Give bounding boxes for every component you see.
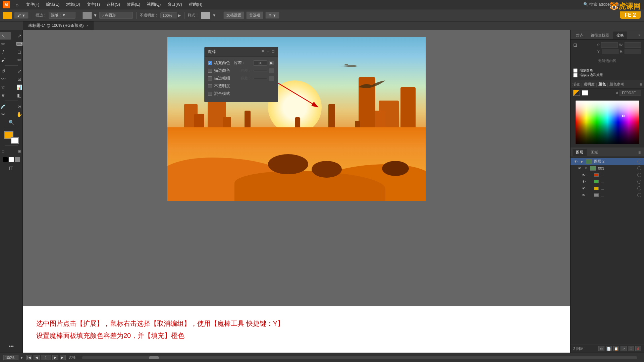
zoom-input[interactable]: 100% bbox=[3, 355, 18, 360]
view-mode-btn[interactable]: ◫ bbox=[4, 164, 19, 172]
stroke-width-checkbox[interactable] bbox=[208, 76, 212, 80]
magic-panel-max[interactable]: □ bbox=[272, 49, 274, 55]
layer-003-item[interactable]: 👁 ▼ 003 bbox=[571, 165, 644, 172]
tab-close-btn[interactable]: × bbox=[87, 24, 89, 27]
last-page-btn[interactable]: ▶| bbox=[60, 355, 66, 360]
layer-2-circle[interactable] bbox=[637, 160, 641, 164]
blend-checkbox[interactable] bbox=[208, 92, 212, 96]
color-menu-btn[interactable]: ≡ bbox=[640, 82, 642, 87]
opacity-input[interactable] bbox=[160, 12, 177, 18]
symbol-tool[interactable]: ☆ bbox=[0, 83, 11, 91]
preferences-btn[interactable]: 首选项 bbox=[246, 11, 263, 19]
document-tab[interactable]: 未标题-1* @ 100% (RGB/预览) × bbox=[23, 21, 94, 30]
sub-red-circle[interactable] bbox=[637, 173, 641, 177]
background-color[interactable] bbox=[11, 137, 19, 144]
pen-tool[interactable]: ✏ bbox=[0, 40, 11, 48]
stroke-width-value[interactable] bbox=[254, 78, 267, 79]
layers-menu-btn[interactable]: ≡ bbox=[637, 149, 642, 156]
maximize-icon[interactable]: □ bbox=[629, 2, 632, 7]
point-select[interactable]: 3 点圆形 bbox=[99, 12, 133, 19]
paintbrush-tool[interactable]: 🖌 bbox=[0, 56, 11, 64]
transform-x[interactable] bbox=[601, 42, 618, 48]
scroll-thumb[interactable] bbox=[149, 356, 159, 359]
stroke-width-btn[interactable]: ▶ bbox=[269, 76, 274, 81]
line-tool[interactable]: / bbox=[0, 48, 11, 56]
sub-green-visibility[interactable]: 👁 bbox=[581, 179, 586, 184]
sub-red-visibility[interactable]: 👁 bbox=[581, 173, 586, 177]
warp-tool[interactable]: 〰 bbox=[0, 75, 11, 83]
zoom-dropdown[interactable]: ▼ bbox=[20, 356, 23, 360]
sub-layer-gray[interactable]: 👁 ... bbox=[571, 192, 644, 198]
sub-layer-red[interactable]: 👁 ... bbox=[571, 172, 644, 178]
opacity-checkbox[interactable] bbox=[208, 84, 212, 88]
scale-corners-checkbox[interactable] bbox=[573, 68, 578, 73]
scissors-tool[interactable]: ✂ bbox=[0, 111, 11, 118]
stroke-color-checkbox[interactable] bbox=[208, 69, 212, 73]
color-ref-tab[interactable]: 颜色参考 bbox=[609, 82, 624, 87]
menu-edit[interactable]: 编辑(E) bbox=[43, 1, 62, 8]
select-tool-btn[interactable] bbox=[3, 12, 12, 19]
color-wheel[interactable] bbox=[576, 101, 639, 144]
sub-gray-visibility[interactable]: 👁 bbox=[581, 193, 586, 197]
sub-yellow-visibility[interactable]: 👁 bbox=[581, 186, 586, 191]
move-selection-btn[interactable]: ↗ bbox=[621, 346, 627, 351]
sub-green-circle[interactable] bbox=[637, 180, 641, 184]
align-tab[interactable]: 对齐 bbox=[573, 32, 587, 39]
fill-tolerance-value[interactable]: 20 bbox=[254, 60, 267, 66]
brush-select[interactable]: 涵版：▼ bbox=[49, 12, 75, 19]
magic-panel-menu[interactable]: ≡ bbox=[262, 49, 264, 55]
layer-003-expand[interactable]: ▼ bbox=[584, 166, 588, 170]
transform-tab[interactable]: 变换 bbox=[613, 32, 627, 39]
sub-layer-yellow[interactable]: 👁 ... bbox=[571, 185, 644, 192]
opacity-dropdown[interactable]: ▶ bbox=[178, 13, 181, 18]
menu-window[interactable]: 窗口(W) bbox=[165, 1, 184, 8]
menu-object[interactable]: 对象(O) bbox=[63, 1, 83, 8]
search-icon[interactable]: 🔍 搜索 adobe 帮助 bbox=[583, 2, 619, 7]
brush-mode-btn[interactable]: 🖌 ▼ bbox=[14, 12, 29, 19]
template-btn[interactable]: ⊡ bbox=[628, 346, 634, 351]
menu-select[interactable]: 选择(S) bbox=[104, 1, 123, 8]
prefs-dropdown-btn[interactable]: ⚙ ▼ bbox=[265, 12, 279, 19]
fill-tolerance-up[interactable]: ▶ bbox=[269, 60, 274, 66]
first-page-btn[interactable]: |◀ bbox=[26, 355, 32, 360]
fill-color-checkbox[interactable]: ✓ bbox=[208, 61, 212, 65]
zoom-tool[interactable]: 🔍 bbox=[4, 119, 19, 126]
artboard-tab-btn[interactable]: 画板 bbox=[587, 149, 601, 156]
normal-mode-btn[interactable]: □ bbox=[0, 147, 11, 155]
sub-yellow-circle[interactable] bbox=[637, 186, 641, 190]
color-active-tab[interactable]: 颜色 bbox=[598, 82, 606, 87]
black-swatch[interactable] bbox=[3, 157, 8, 162]
panel-close-btn[interactable]: × bbox=[637, 32, 642, 39]
minimize-icon[interactable]: － bbox=[622, 2, 626, 8]
layer-2-item[interactable]: 👁 ▶ 图层 2 bbox=[571, 158, 644, 165]
sub-gray-expand[interactable] bbox=[588, 193, 592, 197]
magic-panel-close[interactable]: － bbox=[266, 49, 270, 55]
stroke-tolerance-btn[interactable]: ▶ bbox=[269, 68, 274, 73]
sub-green-expand[interactable] bbox=[588, 180, 592, 184]
canvas-area[interactable]: 魔棒 ≡ － □ ✓ 填充颜色 容差： 20 bbox=[23, 30, 570, 353]
next-page-btn[interactable]: ▶ bbox=[52, 355, 58, 360]
menu-file[interactable]: 文件(F) bbox=[23, 1, 42, 8]
layers-tab-btn[interactable]: 图层 bbox=[573, 149, 587, 156]
color-picker-dot[interactable] bbox=[622, 115, 625, 117]
transform-h[interactable] bbox=[625, 49, 641, 54]
stroke-tolerance-value[interactable] bbox=[254, 70, 267, 71]
mesh-tool[interactable]: # bbox=[0, 92, 11, 99]
selection-tool[interactable]: ↖ bbox=[0, 32, 11, 40]
layer-003-visibility[interactable]: 👁 bbox=[577, 166, 582, 171]
doc-settings-btn[interactable]: 文档设置 bbox=[223, 11, 244, 19]
status-scrollbar[interactable] bbox=[82, 356, 637, 359]
close-icon[interactable]: × bbox=[635, 2, 637, 7]
home-icon[interactable]: ⌂ bbox=[13, 1, 21, 8]
sub-yellow-expand[interactable] bbox=[588, 186, 592, 190]
scale-stroke-checkbox[interactable] bbox=[573, 73, 578, 77]
gray-swatch[interactable] bbox=[15, 157, 20, 162]
sub-red-expand[interactable] bbox=[588, 173, 592, 177]
new-sublayer-btn[interactable]: 📋 bbox=[613, 346, 619, 351]
rotate-tool[interactable]: ↺ bbox=[0, 67, 11, 75]
eyedropper-tool[interactable]: 💉 bbox=[0, 103, 11, 110]
layer-003-circle[interactable] bbox=[637, 166, 641, 170]
bg-color-swatch[interactable] bbox=[582, 90, 588, 96]
menu-view[interactable]: 视图(Q) bbox=[144, 1, 163, 8]
transform-y[interactable] bbox=[602, 49, 619, 54]
